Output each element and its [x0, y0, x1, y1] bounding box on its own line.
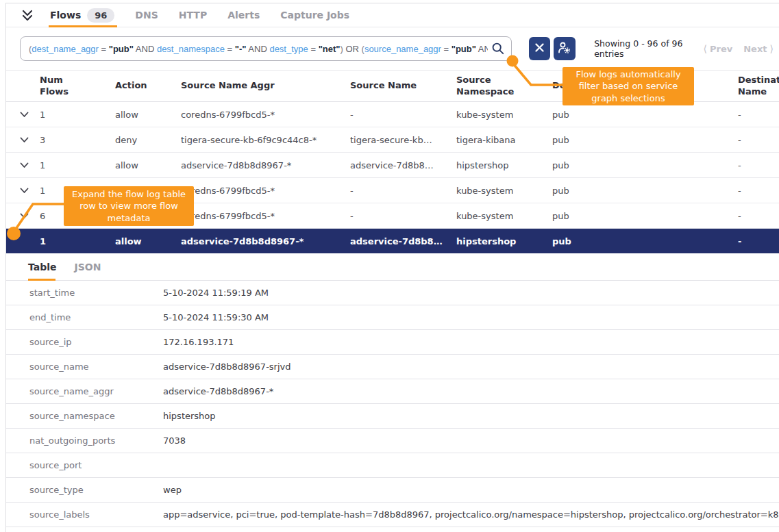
flow-table-body: 1allowcoredns-6799fbcd5-*-kube-systempub…: [6, 102, 779, 253]
collapse-panel-icon[interactable]: [20, 3, 35, 27]
detail-tab-label: JSON: [75, 262, 101, 273]
cell-source-name-aggr: coredns-6799fbcd5-*: [181, 186, 350, 196]
expand-row-icon[interactable]: [20, 137, 40, 143]
cell-num-flows: 1: [40, 236, 115, 246]
close-icon: [535, 43, 544, 54]
detail-field-row: source_ip172.16.193.171: [6, 330, 779, 355]
cell-destination-name: -: [738, 236, 779, 246]
tooltip-expand-callout: Expand the flow log table row to view mo…: [64, 186, 194, 226]
cell-dest-name-aggr: pub: [552, 160, 738, 170]
prev-button[interactable]: ⟨ Prev: [704, 43, 733, 54]
tab-label: DNS: [135, 10, 158, 21]
detail-field-row: start_time5-10-2024 11:59:19 AM: [6, 281, 779, 305]
detail-field-row: source_name_aggradservice-7d8b8d8967-*: [6, 379, 779, 404]
detail-field-row: source_labelsapp=adservice, pci=true, po…: [6, 503, 779, 527]
cell-source-name-aggr: coredns-6799fbcd5-*: [181, 110, 350, 120]
cell-source-name-aggr: tigera-secure-kb-6f9c9c44c8-*: [181, 135, 350, 145]
query-token: AND: [248, 44, 267, 54]
query-token: "pub": [452, 44, 476, 54]
cell-source-namespace: hipstershop: [456, 160, 552, 170]
cell-dest-name-aggr: pub: [552, 110, 738, 120]
field-key: nat_outgoing_ports: [29, 435, 163, 446]
filter-query-input[interactable]: (dest_name_aggr = "pub" AND dest_namespa…: [20, 36, 512, 61]
cell-source-name: adservice-7d8b8…: [350, 160, 456, 170]
query-token: ): [340, 44, 343, 54]
cell-source-name: adservice-7d8b8…: [350, 236, 456, 246]
expand-row-icon[interactable]: [20, 213, 40, 219]
field-value: wep: [163, 485, 779, 495]
cell-action: allow: [115, 160, 181, 170]
column-header-label: Source Namespace: [456, 75, 518, 97]
cell-source-namespace: hipstershop: [456, 236, 552, 246]
chevron-right-icon: ⟩: [770, 43, 774, 54]
cell-destination-name: -: [738, 160, 779, 170]
column-header-label: Action: [115, 80, 147, 91]
column-header-label: Source Name Aggr: [181, 80, 275, 91]
query-token: dest_name_aggr: [32, 44, 99, 54]
cell-source-name-aggr: coredns-6799fbcd5-*: [181, 211, 350, 221]
field-key: source_ip: [29, 337, 163, 347]
pagination: ⟨ Prev Next ⟩: [704, 43, 779, 54]
detail-tab-json[interactable]: JSON: [75, 253, 101, 280]
field-value: app=adservice, pci=true, pod-template-ha…: [163, 509, 779, 520]
field-value: hipstershop: [163, 411, 779, 421]
flow-row-selected[interactable]: 1allowadservice-7d8b8d8967-*adservice-7d…: [6, 229, 779, 253]
query-token: "-": [235, 44, 247, 54]
column-header-label: Source Name: [350, 80, 417, 91]
cell-source-namespace: tigera-kibana: [456, 135, 552, 145]
query-token: =: [310, 44, 316, 54]
cell-dest-name-aggr: pub: [552, 186, 738, 196]
tab-label: HTTP: [179, 10, 207, 21]
tab-label: Flows: [50, 10, 81, 21]
query-token: =: [101, 44, 107, 54]
expand-row-icon[interactable]: [20, 188, 40, 194]
query-token: dest_type: [269, 44, 308, 54]
cell-source-name: -: [350, 186, 456, 196]
detail-tab-label: Table: [28, 262, 57, 273]
cell-destination-name: -: [738, 135, 779, 145]
column-header-num-flows: Num Flows: [40, 75, 115, 97]
column-header-destination-name: Destination Name: [738, 75, 779, 97]
query-token: =: [227, 44, 233, 54]
flow-row[interactable]: 1allowcoredns-6799fbcd5-*-kube-systempub…: [6, 102, 779, 127]
clear-filter-button[interactable]: [529, 37, 550, 60]
entries-summary: Showing 0 - 96 of 96 entries: [594, 38, 703, 59]
column-header-action: Action: [115, 80, 181, 91]
cell-num-flows: 1: [40, 160, 115, 170]
tab-flows[interactable]: Flows96: [50, 3, 114, 27]
tab-http[interactable]: HTTP: [179, 3, 207, 27]
expand-row-icon[interactable]: [20, 162, 40, 168]
search-icon[interactable]: [491, 42, 505, 58]
cell-destination-name: -: [738, 211, 779, 221]
next-button[interactable]: Next ⟩: [743, 43, 774, 54]
cell-source-name: -: [350, 110, 456, 120]
cell-num-flows: 1: [40, 110, 115, 120]
field-key: source_port: [29, 460, 163, 470]
tab-label: Alerts: [227, 10, 260, 21]
tab-dns[interactable]: DNS: [135, 3, 158, 27]
cell-destination-name: -: [738, 110, 779, 120]
detail-tab-table[interactable]: Table: [28, 253, 57, 280]
cell-action: allow: [115, 236, 181, 246]
next-label: Next: [743, 44, 767, 54]
column-header-source-namespace: Source Namespace: [456, 75, 552, 97]
detail-field-row: source_nameadservice-7d8b8d8967-srjvd: [6, 355, 779, 379]
detail-field-row: nat_outgoing_ports7038: [6, 429, 779, 453]
tab-capture-jobs[interactable]: Capture Jobs: [280, 3, 349, 27]
log-type-tabbar: Flows96DNSHTTPAlertsCapture Jobs: [6, 3, 779, 27]
column-customization-button[interactable]: [554, 37, 576, 60]
field-value: 172.16.193.171: [163, 337, 779, 347]
field-key: source_type: [29, 485, 163, 495]
cell-source-name-aggr: adservice-7d8b8d8967-*: [181, 160, 350, 170]
filter-query-text: (dest_name_aggr = "pub" AND dest_namespa…: [29, 44, 488, 54]
cell-num-flows: 3: [40, 135, 115, 145]
flow-row[interactable]: 3denytigera-secure-kb-6f9c9c44c8-*tigera…: [6, 127, 779, 153]
tab-alerts[interactable]: Alerts: [227, 3, 260, 27]
field-key: source_name: [29, 362, 163, 372]
column-header-source-name-aggr: Source Name Aggr: [181, 80, 350, 91]
cell-source-name: -: [350, 211, 456, 221]
flow-row[interactable]: 1allowadservice-7d8b8d8967-*adservice-7d…: [6, 153, 779, 178]
field-value: 5-10-2024 11:59:19 AM: [163, 288, 779, 298]
chevron-left-icon: ⟨: [704, 43, 707, 54]
expand-row-icon[interactable]: [20, 112, 40, 118]
